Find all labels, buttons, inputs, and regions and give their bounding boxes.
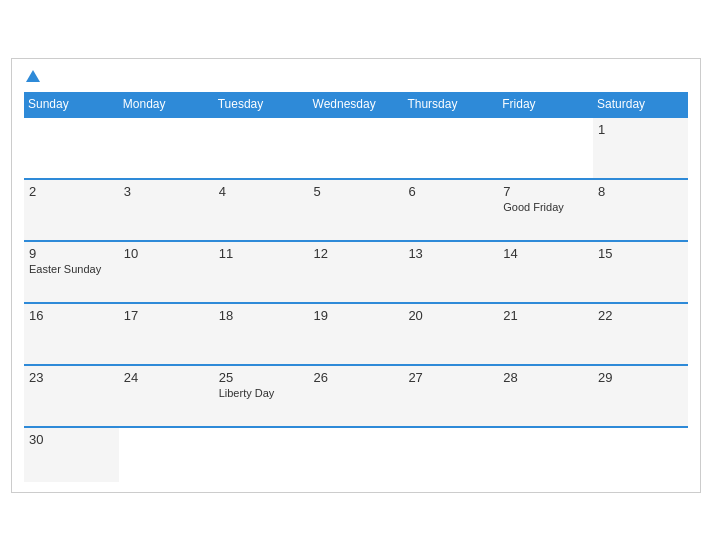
holiday-name: Liberty Day [219, 387, 304, 399]
calendar-cell: 9Easter Sunday [24, 241, 119, 303]
weekday-header-thursday: Thursday [403, 92, 498, 117]
day-number: 26 [314, 370, 399, 385]
day-number: 6 [408, 184, 493, 199]
day-number: 2 [29, 184, 114, 199]
calendar-cell [214, 117, 309, 179]
holiday-name: Good Friday [503, 201, 588, 213]
calendar-wrapper: SundayMondayTuesdayWednesdayThursdayFrid… [11, 58, 701, 493]
calendar-cell: 30 [24, 427, 119, 482]
calendar-cell [214, 427, 309, 482]
day-number: 11 [219, 246, 304, 261]
day-number: 18 [219, 308, 304, 323]
day-number: 3 [124, 184, 209, 199]
calendar-cell: 17 [119, 303, 214, 365]
calendar-cell: 27 [403, 365, 498, 427]
day-number: 8 [598, 184, 683, 199]
logo-triangle-icon [26, 70, 40, 82]
calendar-cell [593, 427, 688, 482]
day-number: 29 [598, 370, 683, 385]
day-number: 9 [29, 246, 114, 261]
day-number: 13 [408, 246, 493, 261]
calendar-cell: 8 [593, 179, 688, 241]
day-number: 10 [124, 246, 209, 261]
calendar-cell: 3 [119, 179, 214, 241]
weekday-header-tuesday: Tuesday [214, 92, 309, 117]
day-number: 19 [314, 308, 399, 323]
day-number: 16 [29, 308, 114, 323]
calendar-cell: 4 [214, 179, 309, 241]
calendar-cell: 2 [24, 179, 119, 241]
day-number: 27 [408, 370, 493, 385]
calendar-cell: 20 [403, 303, 498, 365]
day-number: 4 [219, 184, 304, 199]
calendar-week-row: 234567Good Friday8 [24, 179, 688, 241]
calendar-cell [119, 427, 214, 482]
weekday-header-sunday: Sunday [24, 92, 119, 117]
calendar-cell [403, 117, 498, 179]
calendar-cell: 12 [309, 241, 404, 303]
day-number: 5 [314, 184, 399, 199]
calendar-week-row: 1 [24, 117, 688, 179]
calendar-cell [498, 117, 593, 179]
weekday-header-monday: Monday [119, 92, 214, 117]
weekday-header-friday: Friday [498, 92, 593, 117]
calendar-cell [498, 427, 593, 482]
holiday-name: Easter Sunday [29, 263, 114, 275]
calendar-cell [309, 117, 404, 179]
day-number: 22 [598, 308, 683, 323]
logo [24, 69, 42, 84]
day-number: 15 [598, 246, 683, 261]
calendar-cell: 14 [498, 241, 593, 303]
calendar-cell: 24 [119, 365, 214, 427]
calendar-cell: 21 [498, 303, 593, 365]
day-number: 17 [124, 308, 209, 323]
calendar-cell: 10 [119, 241, 214, 303]
day-number: 20 [408, 308, 493, 323]
calendar-week-row: 232425Liberty Day26272829 [24, 365, 688, 427]
day-number: 24 [124, 370, 209, 385]
day-number: 1 [598, 122, 683, 137]
calendar-cell: 11 [214, 241, 309, 303]
calendar-cell: 16 [24, 303, 119, 365]
calendar-cell: 5 [309, 179, 404, 241]
calendar-cell: 7Good Friday [498, 179, 593, 241]
day-number: 12 [314, 246, 399, 261]
day-number: 23 [29, 370, 114, 385]
weekday-header-wednesday: Wednesday [309, 92, 404, 117]
calendar-cell: 25Liberty Day [214, 365, 309, 427]
day-number: 30 [29, 432, 114, 447]
day-number: 14 [503, 246, 588, 261]
calendar-cell: 23 [24, 365, 119, 427]
calendar-header [24, 69, 688, 84]
calendar-cell: 29 [593, 365, 688, 427]
calendar-cell [24, 117, 119, 179]
calendar-cell: 19 [309, 303, 404, 365]
day-number: 25 [219, 370, 304, 385]
calendar-cell: 26 [309, 365, 404, 427]
calendar-week-row: 9Easter Sunday101112131415 [24, 241, 688, 303]
calendar-cell [119, 117, 214, 179]
day-number: 21 [503, 308, 588, 323]
calendar-cell: 28 [498, 365, 593, 427]
calendar-cell: 22 [593, 303, 688, 365]
weekday-header-saturday: Saturday [593, 92, 688, 117]
calendar-cell: 13 [403, 241, 498, 303]
calendar-week-row: 16171819202122 [24, 303, 688, 365]
calendar-week-row: 30 [24, 427, 688, 482]
calendar-cell: 18 [214, 303, 309, 365]
calendar-cell: 1 [593, 117, 688, 179]
day-number: 28 [503, 370, 588, 385]
calendar-cell [403, 427, 498, 482]
calendar-cell: 15 [593, 241, 688, 303]
calendar-cell [309, 427, 404, 482]
calendar-table: SundayMondayTuesdayWednesdayThursdayFrid… [24, 92, 688, 482]
weekday-header-row: SundayMondayTuesdayWednesdayThursdayFrid… [24, 92, 688, 117]
day-number: 7 [503, 184, 588, 199]
calendar-cell: 6 [403, 179, 498, 241]
